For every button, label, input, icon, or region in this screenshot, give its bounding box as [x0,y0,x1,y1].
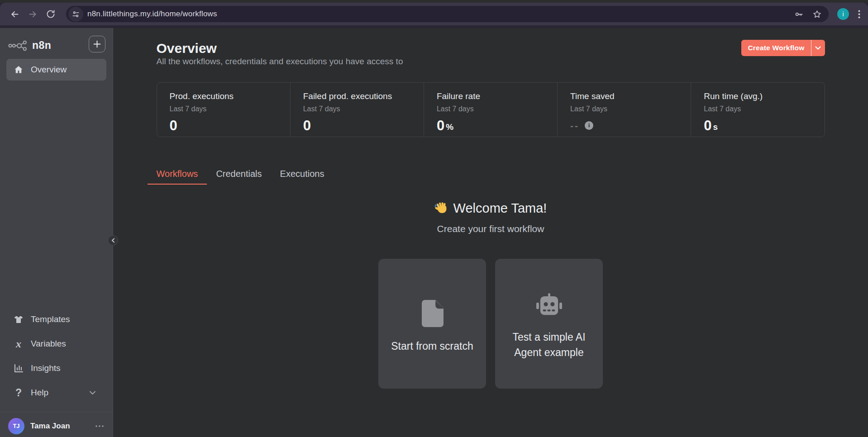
create-workflow-label[interactable]: Create Workflow [741,40,811,56]
add-workflow-button[interactable] [89,36,105,52]
help-icon: ? [14,387,23,399]
create-workflow-button[interactable]: Create Workflow [741,40,825,56]
start-from-scratch-card[interactable]: Start from scratch [378,259,486,389]
ai-agent-example-card[interactable]: Test a simple AI Agent example [495,259,603,389]
stat-period: Last 7 days [570,105,678,113]
browser-toolbar: n8n.littlethings.my.id/home/workflows i [0,3,868,25]
sidebar-item-templates[interactable]: Templates [6,307,106,332]
sidebar-item-label: Insights [31,363,60,373]
stat-run-time: Run time (avg.) Last 7 days 0s [691,83,824,137]
sidebar-item-label: Help [31,388,48,398]
stat-prod-executions: Prod. executions Last 7 days 0 [157,83,290,137]
tabs: Workflows Credentials Executions [148,169,825,185]
tab-executions[interactable]: Executions [271,169,334,185]
card-label: Start from scratch [391,339,473,354]
sidebar-item-label: Overview [31,65,67,75]
stat-value: 0s [704,118,811,133]
password-key-icon[interactable] [794,10,804,19]
stat-period: Last 7 days [303,105,411,113]
sidebar-item-overview[interactable]: Overview [6,59,106,81]
empty-state: Welcome Tama! Create your first workflow… [157,201,825,389]
stat-time-saved: Time saved Last 7 days --i [557,83,691,137]
stat-value: 0% [437,118,544,133]
refresh-icon[interactable] [42,5,60,23]
page-subtitle: All the workflows, credentials and execu… [157,56,403,67]
sidebar-item-label: Variables [31,339,66,349]
browser-chrome: n8n.littlethings.my.id/home/workflows i [0,3,868,28]
stat-period: Last 7 days [704,105,811,113]
document-icon [421,300,444,327]
insights-icon [14,364,23,372]
address-bar[interactable]: n8n.littlethings.my.id/home/workflows [66,6,829,22]
card-label: Test a simple AI Agent example [505,330,593,360]
robot-icon [535,293,563,318]
stat-value: 0 [303,118,411,133]
stat-value: 0 [170,118,277,133]
sidebar-item-label: Templates [31,314,70,324]
user-avatar[interactable]: TJ [8,418,24,434]
forward-icon[interactable] [24,5,42,23]
welcome-subtitle: Create your first workflow [157,223,825,234]
brand-name: n8n [32,39,51,52]
url-text[interactable]: n8n.littlethings.my.id/home/workflows [87,10,217,19]
tab-credentials[interactable]: Credentials [207,169,271,185]
stat-period: Last 7 days [170,105,277,113]
logo-row: n8n [0,28,113,52]
sidebar-collapse-button[interactable] [108,235,118,246]
browser-menu-icon[interactable] [854,10,863,19]
bookmark-star-icon[interactable] [812,10,822,19]
sidebar-item-variables[interactable]: x Variables [6,332,106,356]
stat-title: Time saved [570,91,678,101]
stat-value: --i [570,120,678,131]
templates-icon [14,315,23,324]
stat-failed-executions: Failed prod. executions Last 7 days 0 [290,83,424,137]
stat-failure-rate: Failure rate Last 7 days 0% [424,83,557,137]
site-settings-icon[interactable] [68,7,83,22]
home-icon [14,65,23,74]
info-icon[interactable]: i [585,121,593,130]
user-name: Tama Joan [30,422,70,431]
create-workflow-caret[interactable] [811,40,825,56]
tab-workflows[interactable]: Workflows [148,169,207,185]
browser-profile-avatar[interactable]: i [837,8,849,20]
variables-icon: x [14,338,23,350]
chevron-down-icon [89,391,96,395]
main-content: Overview All the workflows, credentials … [113,28,868,437]
page-title: Overview [157,41,403,56]
user-row[interactable]: TJ Tama Joan [0,412,113,437]
welcome-title: Welcome Tama! [453,201,547,216]
sidebar-item-help[interactable]: ? Help [6,380,106,405]
stats-row: Prod. executions Last 7 days 0 Failed pr… [157,82,825,137]
sidebar-item-insights[interactable]: Insights [6,356,106,380]
back-icon[interactable] [5,5,24,23]
n8n-logo-icon [8,40,29,52]
stat-title: Failure rate [437,91,544,101]
stat-title: Prod. executions [170,91,277,101]
stat-period: Last 7 days [437,105,544,113]
wave-emoji [434,201,448,215]
stat-title: Failed prod. executions [303,91,411,101]
sidebar: n8n Overview Templates x Variab [0,28,113,437]
user-menu-icon[interactable] [95,425,104,427]
stat-title: Run time (avg.) [704,91,811,101]
